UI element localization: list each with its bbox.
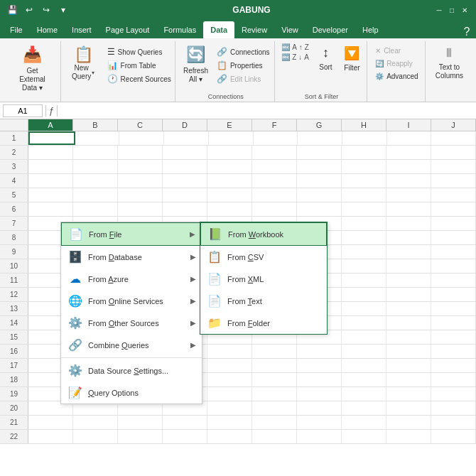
col-header-B[interactable]: B [73,119,118,131]
grid-cell[interactable] [28,146,73,159]
grid-cell[interactable] [297,416,342,429]
grid-cell[interactable] [431,188,476,202]
grid-cell[interactable] [297,174,342,188]
grid-cell[interactable] [73,160,118,173]
grid-cell[interactable] [386,359,431,372]
grid-cell[interactable] [386,330,431,344]
grid-cell[interactable] [207,202,252,216]
grid-cell[interactable] [118,430,163,443]
grid-cell[interactable] [207,401,252,415]
grid-cell[interactable] [431,401,476,415]
grid-cell[interactable] [431,174,476,188]
grid-cell[interactable] [28,131,75,145]
grid-cell[interactable] [342,259,386,273]
menu-item-from-online-services[interactable]: 🌐 From Online Services ▶ [61,290,202,312]
grid-cell[interactable] [431,345,476,358]
grid-cell[interactable] [431,387,476,401]
grid-cell[interactable] [207,416,252,429]
grid-cell[interactable] [207,188,252,202]
connections-button[interactable]: 🔗 Connections [214,45,273,58]
minimize-button[interactable]: ─ [433,4,445,16]
filter-button[interactable]: 🔽 Filter [340,43,364,78]
grid-cell[interactable] [431,359,476,372]
grid-cell[interactable] [386,259,431,273]
grid-cell[interactable] [207,345,252,358]
grid-cell[interactable] [386,401,431,415]
grid-cell[interactable] [431,160,476,173]
grid-cell[interactable] [431,416,476,429]
grid-cell[interactable] [297,359,342,372]
tab-file[interactable]: File [3,21,30,38]
grid-cell[interactable] [118,160,163,173]
grid-cell[interactable] [73,430,118,443]
col-header-D[interactable]: D [163,119,207,131]
grid-cell[interactable] [342,231,386,244]
grid-cell[interactable] [298,131,342,145]
help-icon[interactable]: ? [460,26,473,38]
tab-insert[interactable]: Insert [65,21,99,38]
menu-item-from-database[interactable]: 🗄️ From Database ▶ [61,246,202,268]
col-header-E[interactable]: E [207,119,252,131]
grid-cell[interactable] [252,160,297,173]
grid-cell[interactable] [431,430,476,443]
new-query-button[interactable]: 📋 NewQuery ▾ [64,43,103,91]
grid-cell[interactable] [431,202,476,216]
from-file-menu[interactable]: 📄 From File ▶ 🗄️ From Database ▶ ☁ From … [60,222,202,404]
col-header-F[interactable]: F [252,119,297,131]
grid-cell[interactable] [386,288,431,301]
text-to-columns-button[interactable]: ⫴ Text toColumns [431,43,467,91]
col-header-C[interactable]: C [118,119,163,131]
grid-cell[interactable] [118,188,163,202]
grid-cell[interactable] [386,274,431,287]
grid-cell[interactable] [207,146,252,159]
refresh-all-button[interactable]: 🔄 RefreshAll ▾ [179,43,212,91]
grid-cell[interactable] [431,373,476,386]
grid-cell[interactable] [252,345,297,358]
tab-view[interactable]: View [274,21,305,38]
grid-cell[interactable] [252,430,297,443]
grid-cell[interactable] [297,188,342,202]
grid-cell[interactable] [342,373,386,386]
grid-cell[interactable] [431,131,476,145]
grid-cell[interactable] [386,345,431,358]
grid-cell[interactable] [342,359,386,372]
grid-cell[interactable] [386,174,431,188]
grid-cell[interactable] [431,316,476,330]
grid-cell[interactable] [297,373,342,386]
close-button[interactable]: ✕ [459,4,470,16]
grid-cell[interactable] [252,373,297,386]
col-header-J[interactable]: J [431,119,476,131]
grid-cell[interactable] [28,160,73,173]
grid-cell[interactable] [207,387,252,401]
grid-cell[interactable] [342,146,386,159]
grid-cell[interactable] [207,174,252,188]
grid-cell[interactable] [28,416,73,429]
grid-cell[interactable] [342,274,386,287]
grid-cell[interactable] [297,345,342,358]
grid-cell[interactable] [297,146,342,159]
grid-cell[interactable] [386,430,431,443]
grid-cell[interactable] [431,259,476,273]
tab-help[interactable]: Help [355,21,386,38]
tab-home[interactable]: Home [30,21,65,38]
grid-cell[interactable] [342,245,386,259]
cell-reference-input[interactable] [3,104,43,117]
grid-cell[interactable] [342,288,386,301]
grid-cell[interactable] [342,217,386,230]
get-external-data-button[interactable]: 📥 Get ExternalData ▾ [10,43,55,91]
grid-cell[interactable] [386,202,431,216]
grid-cell[interactable] [431,288,476,301]
grid-cell[interactable] [342,131,387,145]
submenu-item-from-text[interactable]: 📄 From Text [200,290,327,312]
maximize-button[interactable]: □ [446,4,458,16]
menu-item-from-other-sources[interactable]: ⚙️ From Other Sources ▶ [61,312,202,334]
advanced-button[interactable]: ⚙️ Advanced [372,71,421,82]
grid-cell[interactable] [431,302,476,315]
submenu-item-from-xml[interactable]: 📄 From XML [200,268,327,290]
grid-cell[interactable] [252,174,297,188]
grid-cell[interactable] [386,373,431,386]
tab-page-layout[interactable]: Page Layout [99,21,157,38]
show-queries-button[interactable]: ☰ Show Queries [104,45,174,58]
from-file-submenu[interactable]: 📗 From Workbook 📋 From CSV 📄 From XML 📄 … [200,222,328,335]
grid-cell[interactable] [28,202,73,216]
